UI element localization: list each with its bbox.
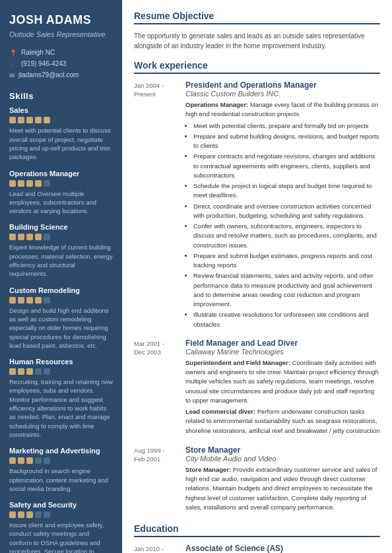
list-item: Prepare and submit building designs, rev… [193,132,380,151]
dot-empty [44,180,50,187]
skill-dots-sales [9,117,113,123]
skill-hr: Human Resources Recruiting, training and… [9,358,113,439]
dot-empty [35,511,42,518]
dot-empty [35,457,42,464]
work-list-1: Meet with potential clients, prepare and… [185,121,380,329]
skill-dots-hr [9,368,113,375]
dot [26,234,33,240]
dot [26,297,33,304]
main-content: Resume Objective The opportunity to gene… [122,0,392,553]
work-section: Work experience Jan 2004 - Present Presi… [134,60,380,514]
dot [26,457,33,464]
candidate-name: JOSH ADAMS [9,13,113,27]
dot [26,511,33,518]
sidebar: JOSH ADAMS Outside Sales Representative … [0,0,122,553]
work-desc-2b: Lead commercial diver: Perform underwate… [185,407,380,436]
dot [26,180,33,187]
dot [9,511,16,518]
edu-date-1: Jan 2010 - Jan 2013 [134,544,179,553]
work-body-2: Field Manager and Lead Diver Callaway Ma… [185,339,380,438]
dot [26,117,33,123]
dot [18,117,24,123]
work-title: Work experience [134,60,380,74]
work-desc-1: Operations Manager: Manage every facet o… [185,100,380,119]
objective-section: Resume Objective The opportunity to gene… [134,11,380,51]
list-item: Meet with potential clients, prepare and… [193,121,380,131]
list-item: Prepare contracts and negotiate revision… [193,152,380,180]
dot [9,117,16,123]
work-company-1: Classic Custom Builders INC. [185,90,380,98]
work-body-3: Store Manager City Mobile Audio and Vide… [185,445,380,514]
work-entry-3: Aug 1999 - Feb 2001 Store Manager City M… [134,445,380,514]
dot-empty [44,368,50,375]
email-icon: ✉ [9,72,15,79]
objective-title: Resume Objective [134,11,380,24]
location-icon: 📍 [9,49,17,57]
contact-email: ✉ jtadams79@aol.com [9,71,113,79]
dot-empty [44,234,50,240]
list-item: Review financial statements, sales and a… [193,271,380,309]
dot [26,368,33,375]
dot [35,234,42,240]
dot-empty [44,511,50,518]
dot [18,234,24,240]
dot [18,180,24,187]
work-job-title-2: Field Manager and Lead Diver [185,339,380,348]
education-title: Education [134,523,380,537]
edu-entry-1: Jan 2010 - Jan 2013 Associate of Science… [134,544,380,553]
dot-empty [44,457,50,464]
dot [9,180,16,187]
dot [35,117,42,123]
skill-building: Building Science Expert knowledge of cur… [9,223,113,278]
contact-phone: 📞 (919) 946-4243 [9,60,113,68]
work-job-title-1: President and Operations Manager [185,81,380,90]
dot [18,368,24,375]
dot [18,511,24,518]
skill-sales: Sales Meet with potential clients to dis… [9,106,113,161]
work-entry-1: Jan 2004 - Present President and Operati… [134,81,380,331]
work-entry-2: Mar 2001 - Dec 2003 Field Manager and Le… [134,339,380,438]
skills-section-title: Skills [9,91,113,101]
dot-empty [35,368,42,375]
candidate-title: Outside Sales Representative [9,30,113,40]
dot [44,117,50,123]
dot [35,297,42,304]
skill-operations: Operations Manager Lead and Oversee mult… [9,170,113,216]
skill-dots-safety [9,511,113,518]
list-item: Prepare and submit budget estimates, pro… [193,251,380,271]
work-body-1: President and Operations Manager Classic… [185,81,380,331]
work-company-3: City Mobile Audio and Video [185,455,380,463]
phone-icon: 📞 [9,61,17,68]
skill-dots-remodeling [9,297,113,304]
list-item: Confer with owners, subcontractors, engi… [193,222,380,250]
work-date-3: Aug 1999 - Feb 2001 [134,445,179,514]
skill-dots-operations [9,180,113,187]
dot [9,457,16,464]
dot [9,297,16,304]
dot [9,234,16,240]
work-desc-3: Store Manager: Provide extraordinary cus… [185,465,380,512]
dot [35,180,42,187]
work-date-1: Jan 2004 - Present [134,81,179,331]
work-company-2: Callaway Marine Technologies [185,348,380,356]
contact-location: 📍 Raleigh NC [9,49,113,57]
list-item: Direct, coordinate and oversee construct… [193,202,380,221]
dot-empty [44,297,50,304]
work-date-2: Mar 2001 - Dec 2003 [134,339,179,438]
dot [9,368,16,375]
skill-remodeling: Custom Remodeling Design and build high … [9,286,113,350]
skill-safety: Safety and Security Insure client and em… [9,501,113,553]
edu-body-1: Associate of Science (AS) Wake Technical… [185,544,380,553]
education-section: Education Jan 2010 - Jan 2013 Associate … [134,523,380,553]
work-desc-2a: Superintendent and Field Manager: Coordi… [185,358,380,405]
list-item: Schedule the project in logical steps an… [193,181,380,201]
skill-dots-marketing [9,457,113,464]
list-item: Illustrate creative resolutions for unfo… [193,310,380,329]
objective-text: The opportunity to generate sales and le… [134,31,380,51]
edu-degree-1: Associate of Science (AS) [185,544,380,553]
work-job-title-3: Store Manager [185,445,380,455]
dot [18,297,24,304]
skill-marketing: Marketing and Advertising Background in … [9,447,113,493]
skill-dots-building [9,234,113,240]
dot [18,457,24,464]
